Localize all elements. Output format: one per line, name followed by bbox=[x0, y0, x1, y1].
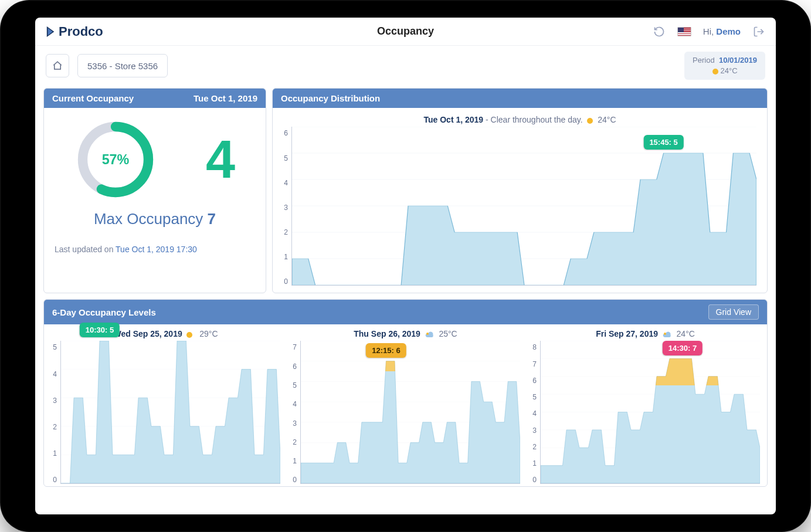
app-screen: Prodco Occupancy Hi, Demo bbox=[35, 18, 776, 514]
peak-badge: 15:45: 5 bbox=[643, 135, 683, 150]
mini-chart-title: Thu Sep 26, 2019 25°C bbox=[289, 327, 522, 340]
mini-plot[interactable]: 10:30: 5 bbox=[60, 341, 280, 484]
cloud-icon bbox=[425, 331, 435, 338]
content: Current Occupancy Tue Oct 1, 2019 57% 4 bbox=[35, 86, 776, 487]
brand-logo-icon bbox=[46, 25, 56, 38]
y-axis: 012345678 bbox=[530, 341, 540, 484]
six-day-card: 6-Day Occupancy Levels Grid View Wed Sep… bbox=[43, 299, 768, 487]
topbar: Prodco Occupancy Hi, Demo bbox=[35, 18, 776, 46]
peak-badge: 10:30: 5 bbox=[80, 323, 120, 337]
svg-text:57%: 57% bbox=[102, 152, 130, 167]
last-updated: Last updated on Tue Oct 1, 2019 17:30 bbox=[50, 245, 260, 254]
home-button[interactable] bbox=[46, 54, 69, 77]
peak-badge: 12:15: 6 bbox=[366, 343, 406, 358]
sun-icon bbox=[712, 69, 718, 74]
home-icon bbox=[52, 60, 63, 71]
mini-chart-title: Fri Sep 27, 2019 24°C bbox=[528, 327, 762, 340]
svg-point-14 bbox=[426, 333, 429, 335]
occupancy-donut: 57% bbox=[74, 118, 157, 201]
current-occupancy-card: Current Occupancy Tue Oct 1, 2019 57% 4 bbox=[43, 88, 266, 293]
mini-chart[interactable]: Wed Sep 25, 2019 29°C01234510:30: 5 bbox=[49, 327, 283, 486]
mini-chart[interactable]: Thu Sep 26, 2019 25°C0123456712:15: 6 bbox=[289, 327, 522, 486]
distribution-subtitle: Tue Oct 1, 2019 - Clear throughout the d… bbox=[279, 113, 761, 126]
brand-name: Prodco bbox=[59, 24, 103, 39]
svg-point-23 bbox=[664, 333, 666, 335]
breadcrumb-row: 5356 - Store 5356 Period 10/01/2019 24°C bbox=[35, 46, 776, 86]
distribution-title: Occupancy Distribution bbox=[281, 93, 380, 103]
occupancy-count: 4 bbox=[206, 133, 235, 186]
cloud-icon bbox=[663, 331, 672, 338]
sun-icon bbox=[186, 332, 192, 338]
period-box[interactable]: Period 10/01/2019 24°C bbox=[684, 52, 765, 80]
distribution-plot[interactable]: 15:45: 5 bbox=[291, 127, 756, 286]
six-day-title: 6-Day Occupancy Levels bbox=[52, 307, 156, 317]
mini-chart[interactable]: Fri Sep 27, 2019 24°C01234567814:30: 7 bbox=[528, 327, 762, 486]
grid-view-button[interactable]: Grid View bbox=[708, 304, 759, 320]
locale-flag-us[interactable] bbox=[677, 27, 691, 36]
occupancy-distribution-card: Occupancy Distribution Tue Oct 1, 2019 -… bbox=[272, 88, 768, 293]
current-occupancy-date: Tue Oct 1, 2019 bbox=[194, 93, 257, 103]
current-occupancy-title: Current Occupancy bbox=[52, 93, 134, 103]
tablet-frame: Prodco Occupancy Hi, Demo bbox=[0, 0, 811, 532]
logout-icon[interactable] bbox=[752, 25, 765, 38]
mini-plot[interactable]: 14:30: 7 bbox=[540, 341, 760, 484]
brand-logo[interactable]: Prodco bbox=[46, 24, 103, 39]
max-occupancy: Max Occupancy 7 bbox=[50, 210, 260, 228]
store-selector[interactable]: 5356 - Store 5356 bbox=[77, 54, 168, 77]
y-axis: 012345 bbox=[50, 341, 60, 484]
mini-plot[interactable]: 12:15: 6 bbox=[300, 341, 520, 484]
six-day-charts: Wed Sep 25, 2019 29°C01234510:30: 5Thu S… bbox=[44, 324, 767, 486]
sun-icon bbox=[587, 118, 593, 124]
peak-badge: 14:30: 7 bbox=[663, 341, 703, 355]
y-axis: 0123456 bbox=[281, 127, 291, 286]
y-axis: 01234567 bbox=[290, 341, 300, 484]
greeting: Hi, Demo bbox=[703, 26, 741, 36]
refresh-icon[interactable] bbox=[653, 25, 666, 38]
